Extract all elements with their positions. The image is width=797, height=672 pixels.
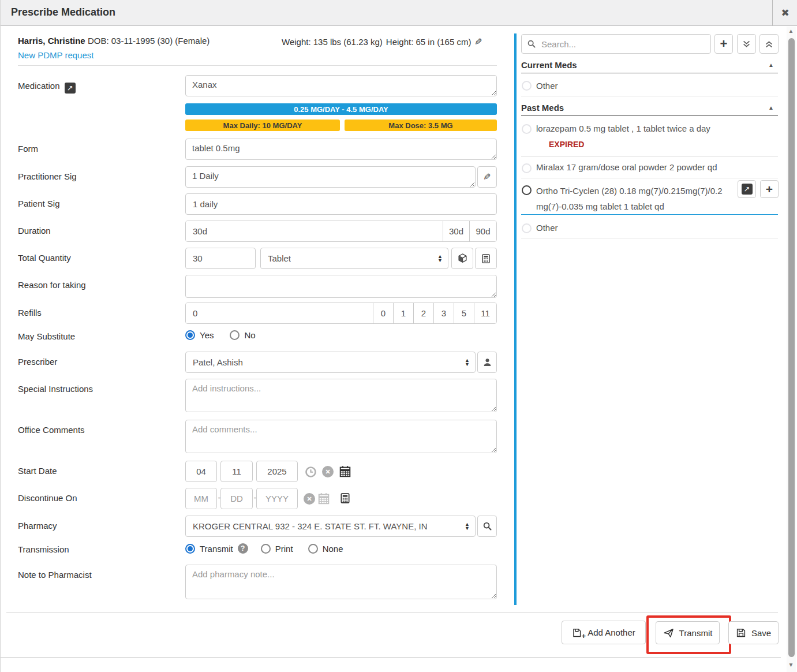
pharmacy-note-input[interactable] bbox=[185, 565, 497, 599]
pharmacy-select[interactable]: KROGER CENTRAL 932 - 324 E. STATE ST. FT… bbox=[185, 516, 476, 537]
past-med-radio-selected[interactable] bbox=[522, 185, 532, 195]
duration-90d-button[interactable]: 90d bbox=[469, 221, 496, 241]
save-plus-icon: + bbox=[572, 628, 582, 638]
calculator-icon bbox=[481, 253, 491, 264]
edit-vitals-pencil-icon[interactable]: ✎ bbox=[474, 36, 482, 47]
select-spinner-icon: ▲▼ bbox=[465, 522, 470, 531]
transmit-help-icon[interactable]: ? bbox=[238, 543, 248, 554]
prescribe-medication-modal: Prescribe Medication ✖ Harris, Christine… bbox=[0, 0, 797, 672]
save-button[interactable]: Save bbox=[728, 621, 779, 644]
scroll-down-icon[interactable]: ▼ bbox=[788, 662, 794, 668]
past-other-radio[interactable] bbox=[522, 223, 532, 233]
discontinue-calculator-button[interactable] bbox=[339, 492, 351, 504]
refills-3-button[interactable]: 3 bbox=[433, 303, 454, 323]
add-another-button[interactable]: + Add Another bbox=[562, 621, 646, 644]
scrollbar-thumb[interactable] bbox=[788, 38, 795, 657]
quantity-calculator-button[interactable] bbox=[475, 248, 497, 269]
discontinue-month-input[interactable] bbox=[185, 488, 217, 509]
refills-11-button[interactable]: 11 bbox=[474, 303, 496, 323]
patient-dob: DOB: 03-11-1995 (30) (Female) bbox=[88, 36, 209, 46]
prescriber-lookup-button[interactable] bbox=[477, 352, 497, 373]
refills-1-button[interactable]: 1 bbox=[393, 303, 413, 323]
past-med-item[interactable]: Miralax 17 gram/dose oral powder 2 powde… bbox=[536, 162, 717, 172]
pdmp-request-link[interactable]: New PDMP request bbox=[18, 50, 93, 60]
past-med-radio[interactable] bbox=[522, 163, 532, 173]
discontinue-calendar-button[interactable] bbox=[317, 492, 330, 505]
discontinue-year-input[interactable] bbox=[256, 488, 298, 509]
form-input[interactable]: tablet 0.5mg bbox=[185, 139, 497, 160]
transmission-none-radio[interactable] bbox=[308, 544, 318, 554]
section-underline bbox=[521, 73, 778, 73]
add-med-button[interactable]: + bbox=[714, 34, 733, 54]
med-search-input[interactable] bbox=[521, 34, 711, 54]
refills-0-button[interactable]: 0 bbox=[373, 303, 393, 323]
refills-5-button[interactable]: 5 bbox=[454, 303, 474, 323]
past-med-item[interactable]: Ortho Tri-Cyclen (28) 0.18 mg(7)/0.215mg… bbox=[536, 183, 735, 214]
substitute-yes-label: Yes bbox=[200, 330, 214, 340]
close-button[interactable]: ✖ bbox=[772, 0, 797, 25]
start-date-clear-button[interactable]: ✕ bbox=[322, 466, 334, 477]
refills-input[interactable] bbox=[186, 303, 373, 323]
refills-2-button[interactable]: 2 bbox=[413, 303, 433, 323]
max-dose-bar: Max Dose: 3.5 MG bbox=[345, 120, 497, 131]
total-quantity-input[interactable] bbox=[185, 248, 256, 269]
refills-group: 0 1 2 3 5 11 bbox=[185, 303, 497, 324]
past-med-item[interactable]: lorazepam 0.5 mg tablet , 1 tablet twice… bbox=[536, 124, 710, 133]
current-other-radio[interactable] bbox=[522, 81, 532, 91]
may-substitute-label: May Substitute bbox=[18, 331, 75, 341]
transmission-print-radio[interactable] bbox=[261, 544, 271, 554]
duration-30d-button[interactable]: 30d bbox=[443, 221, 469, 241]
dispense-unit-button[interactable] bbox=[451, 248, 473, 269]
list-divider bbox=[521, 156, 778, 157]
expand-all-button[interactable] bbox=[737, 34, 756, 54]
collapse-all-button[interactable] bbox=[759, 34, 779, 54]
reason-input[interactable] bbox=[185, 275, 497, 298]
office-comments-input[interactable] bbox=[185, 420, 497, 453]
transmit-label: Transmit bbox=[679, 628, 713, 638]
current-med-item[interactable]: Other bbox=[536, 81, 558, 91]
chevron-double-up-icon bbox=[765, 40, 773, 48]
transmission-label: Transmission bbox=[18, 544, 69, 554]
scroll-up-icon[interactable]: ▲ bbox=[788, 28, 794, 34]
start-year-input[interactable] bbox=[256, 461, 298, 482]
patient-vitals: Weight: 135 lbs (61.23 kg) Height: 65 in… bbox=[282, 36, 482, 47]
medication-external-link-icon[interactable]: ↗ bbox=[65, 83, 76, 94]
special-instructions-input[interactable] bbox=[185, 379, 497, 412]
transmission-transmit-label: Transmit bbox=[200, 544, 233, 554]
discontinue-clear-button[interactable]: ✕ bbox=[304, 493, 315, 505]
external-link-icon: ↗ bbox=[742, 184, 753, 195]
start-date-calendar-button[interactable] bbox=[339, 465, 351, 478]
start-month-input[interactable] bbox=[185, 461, 217, 482]
med-external-link-button[interactable]: ↗ bbox=[738, 180, 756, 198]
search-icon bbox=[527, 39, 536, 48]
duration-input[interactable] bbox=[186, 221, 443, 241]
form-label: Form bbox=[18, 144, 38, 154]
office-comments-label: Office Comments bbox=[18, 425, 85, 435]
collapse-caret-icon[interactable]: ▲ bbox=[768, 62, 774, 68]
transmission-transmit-radio[interactable] bbox=[185, 544, 195, 554]
start-day-input[interactable] bbox=[220, 461, 253, 482]
transmission-none-label: None bbox=[323, 544, 343, 554]
past-med-radio[interactable] bbox=[522, 124, 532, 134]
footer-divider bbox=[6, 613, 778, 613]
calendar-icon bbox=[317, 492, 330, 505]
collapse-caret-icon[interactable]: ▲ bbox=[768, 104, 774, 111]
dose-range-bar: 0.25 MG/DAY - 4.5 MG/DAY bbox=[185, 103, 497, 115]
medication-input[interactable]: Xanax bbox=[185, 75, 497, 96]
quantity-unit-select[interactable]: Tablet ▲▼ bbox=[260, 248, 448, 269]
pharmacy-search-button[interactable] bbox=[477, 516, 497, 537]
special-instructions-label: Special Instructions bbox=[18, 384, 93, 394]
edit-sig-button[interactable]: ✎ bbox=[477, 166, 497, 188]
patient-sig-input[interactable] bbox=[185, 193, 497, 215]
discontinue-day-input[interactable] bbox=[220, 488, 253, 509]
modal-title: Prescribe Medication bbox=[11, 6, 115, 18]
transmit-button[interactable]: Transmit bbox=[656, 621, 720, 644]
substitute-yes-radio[interactable] bbox=[185, 330, 195, 340]
past-med-item[interactable]: Other bbox=[536, 223, 558, 233]
practitioner-sig-input[interactable]: 1 Daily bbox=[185, 166, 476, 188]
substitute-no-radio[interactable] bbox=[230, 330, 240, 340]
prescriber-select[interactable]: Patel, Ashish ▲▼ bbox=[185, 352, 476, 373]
med-add-button[interactable]: + bbox=[760, 180, 779, 198]
start-time-button[interactable] bbox=[305, 466, 317, 478]
medication-label: Medication ↗ bbox=[18, 81, 76, 94]
